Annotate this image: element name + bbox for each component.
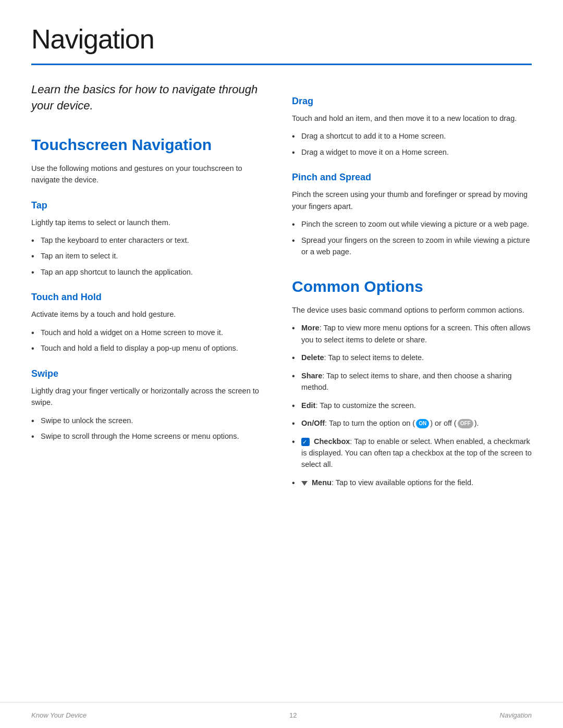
list-item: Swipe to unlock the screen. (31, 415, 271, 426)
list-item: Swipe to scroll through the Home screens… (31, 430, 271, 442)
pinch-and-spread-section: Pinch and Spread Pinch the screen using … (292, 170, 532, 257)
term-edit: Edit (301, 401, 315, 410)
list-item: Pinch the screen to zoom out while viewi… (292, 218, 532, 230)
swipe-section: Swipe Lightly drag your finger verticall… (31, 367, 271, 442)
tap-section: Tap Lightly tap items to select or launc… (31, 199, 271, 278)
common-options-list: More: Tap to view more menu options for … (292, 322, 532, 488)
text-onoff-mid: ) or off ( (430, 419, 457, 427)
list-item: On/Off: Tap to turn the option on (ON) o… (292, 417, 532, 429)
touch-and-hold-description: Activate items by a touch and hold gestu… (31, 309, 271, 320)
on-badge: ON (416, 419, 429, 428)
drag-description: Touch and hold an item, and then move it… (292, 113, 532, 124)
main-content: Learn the basics for how to navigate thr… (0, 82, 563, 495)
list-item: Share: Tap to select items to share, and… (292, 370, 532, 393)
text-delete: Tap to select items to delete. (328, 353, 424, 362)
term-onoff: On/Off (301, 419, 325, 427)
tap-description: Lightly tap items to select or launch th… (31, 217, 271, 228)
list-item: Checkbox: Tap to enable or select. When … (292, 436, 532, 471)
text-edit: Tap to customize the screen. (320, 401, 416, 410)
footer-center: 12 (289, 710, 297, 721)
term-more: More (301, 324, 320, 332)
header-divider (31, 64, 532, 65)
list-item: Menu: Tap to view available options for … (292, 477, 532, 488)
list-item: Edit: Tap to customize the screen. (292, 400, 532, 411)
list-item: Tap an app shortcut to launch the applic… (31, 266, 271, 278)
footer-left: Know Your Device (31, 710, 87, 721)
text-more: Tap to view more menu options for a scre… (301, 324, 531, 343)
touchscreen-navigation-section: Touchscreen Navigation Use the following… (31, 133, 271, 186)
swipe-bullets: Swipe to unlock the screen. Swipe to scr… (31, 415, 271, 442)
touch-and-hold-bullets: Touch and hold a widget on a Home screen… (31, 327, 271, 354)
list-item: Drag a widget to move it on a Home scree… (292, 146, 532, 158)
drag-section: Drag Touch and hold an item, and then mo… (292, 94, 532, 158)
header-section: Navigation (0, 0, 563, 59)
left-column: Learn the basics for how to navigate thr… (31, 82, 271, 495)
list-item: Tap the keyboard to enter characters or … (31, 235, 271, 246)
drag-title: Drag (292, 94, 532, 108)
list-item: Drag a shortcut to add it to a Home scre… (292, 130, 532, 142)
pinch-and-spread-title: Pinch and Spread (292, 170, 532, 184)
off-badge: OFF (458, 419, 473, 428)
tap-bullets: Tap the keyboard to enter characters or … (31, 235, 271, 278)
term-menu: Menu (312, 478, 332, 487)
intro-text: Learn the basics for how to navigate thr… (31, 82, 271, 114)
list-item: Spread your fingers on the screen to zoo… (292, 235, 532, 258)
drag-bullets: Drag a shortcut to add it to a Home scre… (292, 130, 532, 158)
text-menu: Tap to view available options for the fi… (336, 478, 473, 487)
list-item: Tap an item to select it. (31, 250, 271, 262)
footer-right: Navigation (500, 710, 532, 721)
list-item: Touch and hold a widget on a Home screen… (31, 327, 271, 338)
text-share: Tap to select items to share, and then c… (301, 372, 512, 391)
text-onoff: Tap to turn the option on ( (329, 419, 415, 427)
list-item: Delete: Tap to select items to delete. (292, 352, 532, 363)
list-item: Touch and hold a field to display a pop-… (31, 342, 271, 354)
page-container: Navigation Learn the basics for how to n… (0, 0, 563, 728)
term-share: Share (301, 372, 322, 380)
touchscreen-navigation-description: Use the following motions and gestures o… (31, 163, 271, 186)
term-checkbox: Checkbox (314, 437, 350, 446)
list-item: More: Tap to view more menu options for … (292, 322, 532, 346)
tap-title: Tap (31, 199, 271, 213)
text-onoff-end: ). (474, 419, 479, 427)
touch-and-hold-title: Touch and Hold (31, 290, 271, 304)
swipe-description: Lightly drag your finger vertically or h… (31, 385, 271, 409)
term-delete: Delete (301, 353, 324, 362)
right-column: Drag Touch and hold an item, and then mo… (292, 82, 532, 495)
checkbox-icon (301, 438, 310, 446)
common-options-section: Common Options The device uses basic com… (292, 275, 532, 489)
menu-triangle-icon (301, 481, 308, 486)
common-options-title: Common Options (292, 275, 532, 298)
page-title: Navigation (31, 19, 532, 59)
swipe-title: Swipe (31, 367, 271, 381)
pinch-and-spread-bullets: Pinch the screen to zoom out while viewi… (292, 218, 532, 257)
common-options-description: The device uses basic command options to… (292, 304, 532, 316)
touchscreen-navigation-title: Touchscreen Navigation (31, 133, 271, 156)
pinch-and-spread-description: Pinch the screen using your thumb and fo… (292, 189, 532, 212)
touch-and-hold-section: Touch and Hold Activate items by a touch… (31, 290, 271, 354)
page-footer: Know Your Device 12 Navigation (0, 702, 563, 728)
